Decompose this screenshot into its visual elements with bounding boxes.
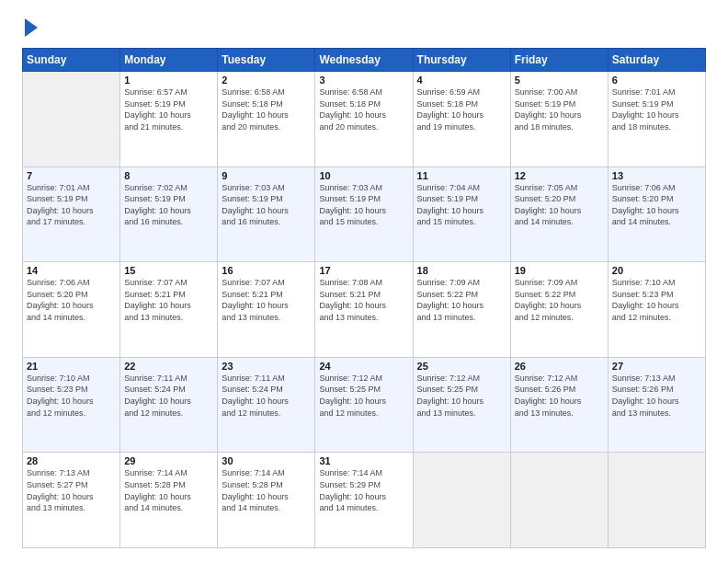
day-info: Sunrise: 6:57 AM Sunset: 5:19 PM Dayligh…: [124, 86, 213, 132]
day-info: Sunrise: 7:00 AM Sunset: 5:19 PM Dayligh…: [515, 86, 604, 132]
day-number: 8: [124, 170, 213, 181]
calendar-cell: 20Sunrise: 7:10 AM Sunset: 5:23 PM Dayli…: [608, 262, 705, 358]
day-info: Sunrise: 7:05 AM Sunset: 5:20 PM Dayligh…: [515, 182, 604, 228]
page: SundayMondayTuesdayWednesdayThursdayFrid…: [0, 0, 728, 563]
calendar-cell: 15Sunrise: 7:07 AM Sunset: 5:21 PM Dayli…: [120, 262, 218, 358]
col-header-tuesday: Tuesday: [218, 49, 315, 72]
day-info: Sunrise: 7:14 AM Sunset: 5:28 PM Dayligh…: [222, 467, 311, 513]
day-number: 5: [515, 75, 604, 86]
col-header-saturday: Saturday: [608, 49, 705, 72]
calendar-cell: 28Sunrise: 7:13 AM Sunset: 5:27 PM Dayli…: [23, 453, 120, 548]
calendar-cell: [510, 453, 608, 548]
day-info: Sunrise: 7:07 AM Sunset: 5:21 PM Dayligh…: [222, 277, 311, 323]
day-info: Sunrise: 7:10 AM Sunset: 5:23 PM Dayligh…: [27, 373, 116, 419]
day-number: 20: [612, 265, 701, 276]
day-info: Sunrise: 7:12 AM Sunset: 5:25 PM Dayligh…: [319, 373, 408, 419]
day-number: 31: [319, 455, 408, 466]
calendar-cell: 17Sunrise: 7:08 AM Sunset: 5:21 PM Dayli…: [315, 262, 413, 358]
day-number: 2: [222, 75, 311, 86]
calendar-cell: 29Sunrise: 7:14 AM Sunset: 5:28 PM Dayli…: [120, 453, 218, 548]
calendar-cell: 8Sunrise: 7:02 AM Sunset: 5:19 PM Daylig…: [120, 167, 218, 262]
day-info: Sunrise: 7:14 AM Sunset: 5:29 PM Dayligh…: [319, 467, 408, 513]
calendar-cell: 6Sunrise: 7:01 AM Sunset: 5:19 PM Daylig…: [608, 72, 705, 167]
calendar-header-row: SundayMondayTuesdayWednesdayThursdayFrid…: [23, 49, 706, 72]
calendar-cell: 2Sunrise: 6:58 AM Sunset: 5:18 PM Daylig…: [218, 72, 315, 167]
calendar-cell: 26Sunrise: 7:12 AM Sunset: 5:26 PM Dayli…: [510, 357, 608, 453]
col-header-friday: Friday: [510, 49, 608, 72]
calendar-week-5: 28Sunrise: 7:13 AM Sunset: 5:27 PM Dayli…: [23, 453, 706, 548]
calendar-cell: 21Sunrise: 7:10 AM Sunset: 5:23 PM Dayli…: [23, 357, 120, 453]
calendar-cell: 13Sunrise: 7:06 AM Sunset: 5:20 PM Dayli…: [608, 167, 705, 262]
header: [22, 18, 706, 37]
col-header-thursday: Thursday: [413, 49, 510, 72]
calendar-table: SundayMondayTuesdayWednesdayThursdayFrid…: [22, 48, 706, 548]
day-info: Sunrise: 6:58 AM Sunset: 5:18 PM Dayligh…: [319, 86, 408, 132]
day-number: 27: [612, 361, 701, 372]
day-number: 21: [27, 361, 116, 372]
calendar-week-4: 21Sunrise: 7:10 AM Sunset: 5:23 PM Dayli…: [23, 357, 706, 453]
day-info: Sunrise: 7:11 AM Sunset: 5:24 PM Dayligh…: [222, 373, 311, 419]
day-info: Sunrise: 7:12 AM Sunset: 5:25 PM Dayligh…: [417, 373, 506, 419]
day-number: 19: [515, 265, 604, 276]
day-info: Sunrise: 7:02 AM Sunset: 5:19 PM Dayligh…: [124, 182, 213, 228]
calendar-cell: 23Sunrise: 7:11 AM Sunset: 5:24 PM Dayli…: [218, 357, 315, 453]
calendar-cell: 31Sunrise: 7:14 AM Sunset: 5:29 PM Dayli…: [315, 453, 413, 548]
day-info: Sunrise: 7:10 AM Sunset: 5:23 PM Dayligh…: [612, 277, 701, 323]
day-number: 12: [515, 170, 604, 181]
col-header-sunday: Sunday: [23, 49, 120, 72]
calendar-cell: 5Sunrise: 7:00 AM Sunset: 5:19 PM Daylig…: [510, 72, 608, 167]
calendar-cell: 7Sunrise: 7:01 AM Sunset: 5:19 PM Daylig…: [23, 167, 120, 262]
col-header-wednesday: Wednesday: [315, 49, 413, 72]
day-info: Sunrise: 7:14 AM Sunset: 5:28 PM Dayligh…: [124, 467, 213, 513]
calendar-cell: 3Sunrise: 6:58 AM Sunset: 5:18 PM Daylig…: [315, 72, 413, 167]
day-info: Sunrise: 7:13 AM Sunset: 5:27 PM Dayligh…: [27, 467, 116, 513]
day-number: 11: [417, 170, 506, 181]
day-number: 6: [612, 75, 701, 86]
day-info: Sunrise: 7:07 AM Sunset: 5:21 PM Dayligh…: [124, 277, 213, 323]
calendar-cell: [413, 453, 510, 548]
calendar-cell: 1Sunrise: 6:57 AM Sunset: 5:19 PM Daylig…: [120, 72, 218, 167]
day-number: 15: [124, 265, 213, 276]
day-number: 17: [319, 265, 408, 276]
day-number: 28: [27, 455, 116, 466]
day-number: 10: [319, 170, 408, 181]
calendar-cell: 9Sunrise: 7:03 AM Sunset: 5:19 PM Daylig…: [218, 167, 315, 262]
day-info: Sunrise: 7:01 AM Sunset: 5:19 PM Dayligh…: [27, 182, 116, 228]
calendar-cell: 27Sunrise: 7:13 AM Sunset: 5:26 PM Dayli…: [608, 357, 705, 453]
calendar-cell: [23, 72, 120, 167]
day-number: 29: [124, 455, 213, 466]
day-number: 25: [417, 361, 506, 372]
calendar-cell: 12Sunrise: 7:05 AM Sunset: 5:20 PM Dayli…: [510, 167, 608, 262]
day-info: Sunrise: 7:11 AM Sunset: 5:24 PM Dayligh…: [124, 373, 213, 419]
day-info: Sunrise: 7:03 AM Sunset: 5:19 PM Dayligh…: [319, 182, 408, 228]
day-info: Sunrise: 7:01 AM Sunset: 5:19 PM Dayligh…: [612, 86, 701, 132]
day-info: Sunrise: 6:58 AM Sunset: 5:18 PM Dayligh…: [222, 86, 311, 132]
col-header-monday: Monday: [120, 49, 218, 72]
day-info: Sunrise: 7:03 AM Sunset: 5:19 PM Dayligh…: [222, 182, 311, 228]
day-info: Sunrise: 6:59 AM Sunset: 5:18 PM Dayligh…: [417, 86, 506, 132]
calendar-cell: 4Sunrise: 6:59 AM Sunset: 5:18 PM Daylig…: [413, 72, 510, 167]
day-number: 26: [515, 361, 604, 372]
day-number: 14: [27, 265, 116, 276]
calendar-cell: 19Sunrise: 7:09 AM Sunset: 5:22 PM Dayli…: [510, 262, 608, 358]
calendar-week-1: 1Sunrise: 6:57 AM Sunset: 5:19 PM Daylig…: [23, 72, 706, 167]
day-info: Sunrise: 7:04 AM Sunset: 5:19 PM Dayligh…: [417, 182, 506, 228]
day-number: 13: [612, 170, 701, 181]
day-info: Sunrise: 7:13 AM Sunset: 5:26 PM Dayligh…: [612, 373, 701, 419]
day-number: 24: [319, 361, 408, 372]
day-info: Sunrise: 7:06 AM Sunset: 5:20 PM Dayligh…: [27, 277, 116, 323]
day-number: 30: [222, 455, 311, 466]
day-number: 16: [222, 265, 311, 276]
day-number: 3: [319, 75, 408, 86]
day-number: 23: [222, 361, 311, 372]
day-number: 9: [222, 170, 311, 181]
day-number: 7: [27, 170, 116, 181]
calendar-cell: 25Sunrise: 7:12 AM Sunset: 5:25 PM Dayli…: [413, 357, 510, 453]
day-number: 1: [124, 75, 213, 86]
calendar-cell: 22Sunrise: 7:11 AM Sunset: 5:24 PM Dayli…: [120, 357, 218, 453]
calendar-cell: 10Sunrise: 7:03 AM Sunset: 5:19 PM Dayli…: [315, 167, 413, 262]
calendar-cell: 18Sunrise: 7:09 AM Sunset: 5:22 PM Dayli…: [413, 262, 510, 358]
calendar-cell: 14Sunrise: 7:06 AM Sunset: 5:20 PM Dayli…: [23, 262, 120, 358]
day-number: 18: [417, 265, 506, 276]
day-info: Sunrise: 7:08 AM Sunset: 5:21 PM Dayligh…: [319, 277, 408, 323]
